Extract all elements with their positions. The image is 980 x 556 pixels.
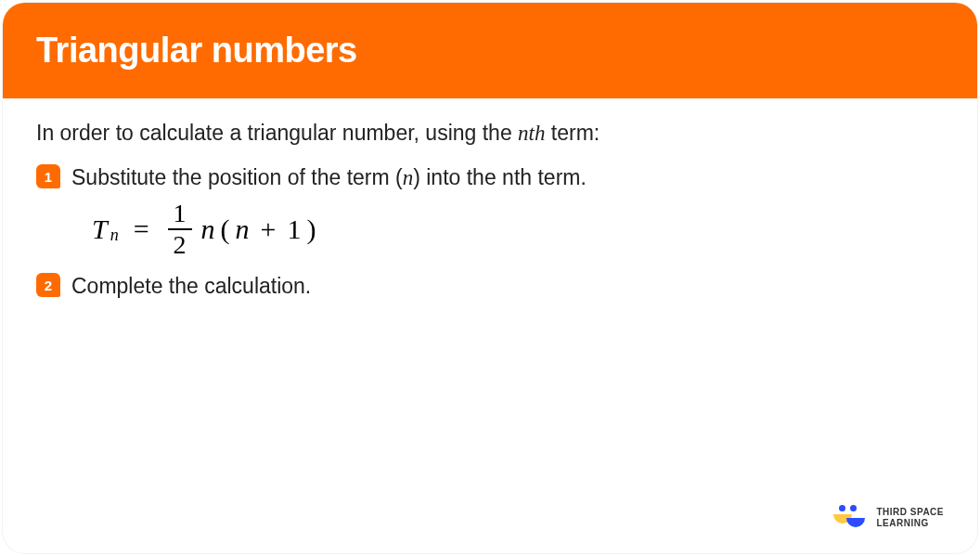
formula-T: T (92, 213, 108, 245)
step-badge-1: 1 (36, 164, 60, 188)
step-2-text: Complete the calculation. (71, 271, 311, 301)
brand-text: THIRD SPACE LEARNING (876, 507, 944, 529)
frac-num: 1 (168, 200, 192, 228)
step-1-after: ) into the nth term. (413, 165, 587, 189)
header: Triangular numbers (3, 3, 977, 98)
page-title: Triangular numbers (36, 31, 944, 71)
formula-one: 1 (288, 213, 302, 245)
formula-eq: = (134, 213, 149, 245)
formula-close: ) (307, 213, 316, 245)
step-1: 1 Substitute the position of the term (n… (36, 162, 944, 193)
intro-after: term: (545, 121, 600, 145)
intro-text: In order to calculate a triangular numbe… (36, 121, 944, 146)
formula-open: ( (221, 213, 230, 245)
intro-before: In order to calculate a triangular numbe… (36, 121, 518, 145)
card: Triangular numbers In order to calculate… (3, 3, 977, 553)
formula-sub: n (110, 226, 119, 245)
formula: Tn = 1 2 n(n+1) (92, 200, 944, 258)
brand-line1: THIRD SPACE (876, 507, 944, 518)
step-2-before: Complete the calculation. (71, 274, 311, 298)
step-1-var: n (403, 166, 414, 189)
formula-fraction: 1 2 (168, 200, 192, 258)
step-2: 2 Complete the calculation. (36, 271, 944, 301)
step-1-before: Substitute the position of the term ( (71, 165, 403, 189)
nth-var: nth (518, 122, 545, 145)
content: In order to calculate a triangular numbe… (3, 98, 977, 330)
brand-line2: LEARNING (876, 518, 944, 529)
formula-n1: n (201, 213, 215, 245)
brand-logo-icon (833, 505, 867, 531)
step-badge-2: 2 (36, 273, 60, 297)
frac-den: 2 (168, 228, 192, 258)
brand-logo: THIRD SPACE LEARNING (833, 505, 944, 531)
step-1-text: Substitute the position of the term (n) … (71, 162, 587, 193)
formula-n2: n (236, 213, 250, 245)
formula-plus: + (261, 213, 277, 245)
